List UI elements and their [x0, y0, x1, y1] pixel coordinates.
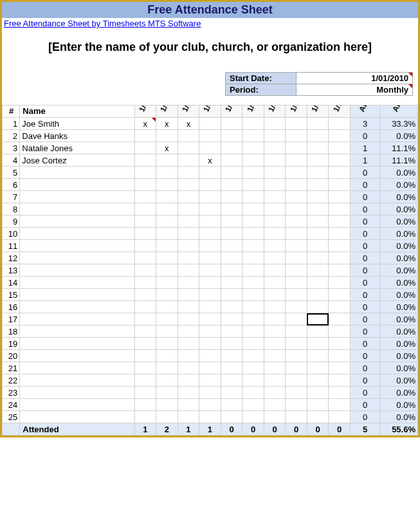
mark-cell[interactable]: x [199, 154, 221, 167]
mark-cell[interactable] [134, 277, 156, 289]
mark-cell[interactable] [242, 154, 264, 167]
mark-cell[interactable] [199, 130, 221, 142]
mark-cell[interactable] [264, 374, 286, 387]
mark-cell[interactable] [156, 387, 178, 399]
mark-cell[interactable] [178, 313, 199, 326]
mark-cell[interactable] [134, 399, 156, 411]
mark-cell[interactable] [199, 203, 221, 216]
mark-cell[interactable] [242, 191, 264, 203]
org-title[interactable]: [Enter the name of your club, church, or… [2, 41, 418, 54]
mark-cell[interactable] [134, 167, 156, 179]
mark-cell[interactable] [156, 289, 178, 301]
mark-cell[interactable] [242, 277, 264, 289]
mark-cell[interactable] [221, 252, 242, 264]
mark-cell[interactable] [242, 411, 264, 423]
mark-cell[interactable] [242, 338, 264, 350]
mark-cell[interactable] [221, 277, 242, 289]
mark-cell[interactable] [199, 118, 221, 130]
mark-cell[interactable] [307, 142, 329, 154]
mark-cell[interactable] [221, 338, 242, 350]
mark-cell[interactable] [286, 179, 307, 191]
mark-cell[interactable] [178, 191, 199, 203]
mark-cell[interactable] [178, 411, 199, 423]
mark-cell[interactable] [286, 289, 307, 301]
mark-cell[interactable] [178, 399, 199, 411]
mark-cell[interactable] [264, 411, 286, 423]
mark-cell[interactable] [178, 326, 199, 338]
mark-cell[interactable] [221, 118, 242, 130]
mark-cell[interactable] [199, 350, 221, 362]
mark-cell[interactable] [242, 374, 264, 387]
mark-cell[interactable] [134, 374, 156, 387]
mark-cell[interactable] [156, 216, 178, 228]
mark-cell[interactable] [199, 301, 221, 313]
mark-cell[interactable] [242, 203, 264, 216]
mark-cell[interactable] [307, 167, 329, 179]
mark-cell[interactable] [178, 167, 199, 179]
mark-cell[interactable] [221, 374, 242, 387]
name-cell[interactable] [20, 264, 134, 277]
mark-cell[interactable] [264, 228, 286, 240]
mark-cell[interactable] [264, 338, 286, 350]
mark-cell[interactable] [221, 142, 242, 154]
mark-cell[interactable] [329, 326, 351, 338]
mark-cell[interactable] [286, 411, 307, 423]
mark-cell[interactable] [329, 252, 351, 264]
mark-cell[interactable] [199, 374, 221, 387]
mark-cell[interactable] [264, 313, 286, 326]
mark-cell[interactable] [264, 240, 286, 252]
mark-cell[interactable] [286, 326, 307, 338]
mark-cell[interactable] [329, 118, 351, 130]
mark-cell[interactable] [199, 399, 221, 411]
mark-cell[interactable] [286, 130, 307, 142]
mark-cell[interactable] [329, 387, 351, 399]
mark-cell[interactable] [264, 289, 286, 301]
mark-cell[interactable] [134, 252, 156, 264]
mark-cell[interactable] [307, 326, 329, 338]
mark-cell[interactable]: x [156, 118, 178, 130]
mark-cell[interactable] [286, 142, 307, 154]
mark-cell[interactable] [286, 252, 307, 264]
mark-cell[interactable] [242, 118, 264, 130]
mark-cell[interactable] [221, 240, 242, 252]
mark-cell[interactable] [264, 203, 286, 216]
mark-cell[interactable] [264, 301, 286, 313]
mark-cell[interactable] [242, 264, 264, 277]
mark-cell[interactable] [199, 326, 221, 338]
mark-cell[interactable] [242, 216, 264, 228]
name-cell[interactable]: Natalie Jones [20, 142, 134, 154]
mark-cell[interactable] [264, 264, 286, 277]
mark-cell[interactable] [199, 167, 221, 179]
mark-cell[interactable] [156, 130, 178, 142]
mark-cell[interactable] [264, 277, 286, 289]
mark-cell[interactable] [178, 154, 199, 167]
mark-cell[interactable] [221, 203, 242, 216]
mark-cell[interactable] [242, 362, 264, 374]
mark-cell[interactable] [199, 338, 221, 350]
mark-cell[interactable] [329, 154, 351, 167]
mark-cell[interactable] [307, 154, 329, 167]
mark-cell[interactable] [242, 179, 264, 191]
mark-cell[interactable] [199, 179, 221, 191]
mark-cell[interactable] [134, 154, 156, 167]
mark-cell[interactable] [134, 191, 156, 203]
mark-cell[interactable] [329, 301, 351, 313]
mark-cell[interactable] [329, 228, 351, 240]
mark-cell[interactable] [307, 411, 329, 423]
mark-cell[interactable] [199, 216, 221, 228]
mark-cell[interactable] [329, 216, 351, 228]
mark-cell[interactable] [329, 240, 351, 252]
mark-cell[interactable] [307, 216, 329, 228]
mark-cell[interactable] [134, 313, 156, 326]
name-cell[interactable] [20, 289, 134, 301]
mark-cell[interactable] [134, 338, 156, 350]
mark-cell[interactable] [307, 338, 329, 350]
mark-cell[interactable] [221, 350, 242, 362]
name-cell[interactable] [20, 252, 134, 264]
mark-cell[interactable] [329, 277, 351, 289]
mark-cell[interactable] [307, 374, 329, 387]
mark-cell[interactable] [329, 130, 351, 142]
mark-cell[interactable] [264, 252, 286, 264]
mark-cell[interactable] [242, 301, 264, 313]
mark-cell[interactable] [242, 228, 264, 240]
